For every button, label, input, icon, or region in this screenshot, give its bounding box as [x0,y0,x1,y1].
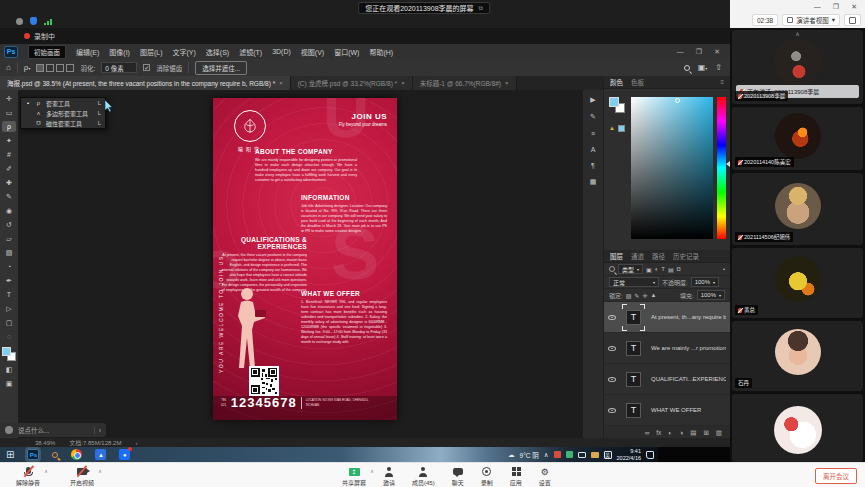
visibility-eye-icon[interactable] [608,315,616,320]
lock-pixels-icon[interactable]: ✎ [634,292,639,299]
emoji-face-icon[interactable] [5,426,13,434]
tray-display-icon[interactable] [578,452,586,458]
workspace-icon[interactable]: ▣▾ [698,63,708,72]
history-brush-tool-icon[interactable]: ↺ [2,219,16,230]
menu-type[interactable]: 文字(Y) [173,47,196,57]
filter-adjustment-icon[interactable]: ◐ [655,266,659,272]
eyedropper-tool-icon[interactable]: ✐ [2,163,16,174]
new-selection-icon[interactable] [36,64,44,72]
menu-layer[interactable]: 图层(L) [140,47,163,57]
blend-mode-select[interactable]: 正常▾ [609,277,659,287]
healing-tool-icon[interactable]: ✚ [2,177,16,188]
gamut-color-swatch[interactable] [618,125,625,132]
flyout-magnetic-lasso-tool[interactable]: Ʊ 磁性套索工具 L [21,118,105,128]
taskbar-search-icon[interactable] [52,452,58,458]
maximize-icon[interactable]: ❐ [833,2,839,11]
notification-center-icon[interactable] [646,451,654,459]
tab-channels[interactable]: 通道 [631,251,644,261]
record-button[interactable]: 录制 [481,466,493,487]
ps-logo[interactable]: Ps [4,46,18,58]
invite-button[interactable]: 邀请 [383,466,395,487]
menu-select[interactable]: 选择(S) [206,47,229,57]
quick-select-tool-icon[interactable]: ✦ [2,135,16,146]
taskbar-photoshop-icon[interactable]: Ps [27,449,39,460]
move-tool-icon[interactable]: ✛ [2,93,16,104]
layer-mask-icon[interactable]: ◐ [668,429,672,436]
close-icon[interactable]: ✕ [851,2,857,11]
tab-paths[interactable]: 路径 [652,251,665,261]
ps-close-icon[interactable]: ✕ [714,47,720,56]
taskbar-lanhu-icon[interactable]: ▲ [95,449,106,460]
fill-value[interactable]: 100%▾ [697,290,725,300]
feather-input[interactable]: 0 像素 [101,62,137,73]
filter-type-icon[interactable]: T [661,266,665,272]
ps-restore-icon[interactable]: ❐ [696,47,702,56]
opacity-value[interactable]: 100%▾ [691,277,719,287]
select-and-mask-button[interactable]: 选择并遮住... [195,61,247,75]
banner-expand-icon[interactable]: ⧉ [479,5,483,12]
adjustments-icon[interactable]: ≡ [591,130,595,137]
hue-slider[interactable] [717,97,726,239]
participant-tile[interactable]: 2021114506纪朝伟 [732,173,863,245]
pen-tool-icon[interactable]: ✒ [2,275,16,286]
weather-text[interactable]: 9°C 阴 [520,450,539,460]
screen-mode-icon[interactable]: ▣ [2,378,16,389]
visibility-eye-icon[interactable] [608,408,616,413]
menu-edit[interactable]: 编辑(E) [76,47,99,57]
clone-stamp-tool-icon[interactable]: ◉ [2,205,16,216]
layer-row[interactable]: T QUALIFICATI...EXPERIENCES [604,364,730,395]
menu-image[interactable]: 图像(I) [109,47,130,57]
layer-group-icon[interactable]: ▤ [690,429,696,437]
tab-history[interactable]: 历史记录 [673,251,699,261]
meeting-chat-input[interactable]: 说点什么... ‹ [0,423,106,437]
lock-transparency-icon[interactable]: ▨ [626,292,632,299]
chat-button[interactable]: 聊天 [452,466,464,487]
antialias-checkbox[interactable]: ✓ [143,64,150,71]
marquee-tool-icon[interactable]: ▭ [2,107,16,118]
flyout-polygon-lasso-tool[interactable]: ʌ 多边形套索工具 L [21,108,105,118]
ps-minimize-icon[interactable]: — [677,47,684,56]
fullscreen-button[interactable] [844,14,861,26]
filter-image-icon[interactable]: ▣ [646,266,652,273]
filter-pin-icon[interactable]: • [723,266,725,272]
zoom-level[interactable]: 38.49% [35,440,55,446]
subtract-selection-icon[interactable] [56,64,64,72]
search-icon[interactable] [684,65,690,71]
layer-row[interactable]: T WHAT WE OFFER [604,395,730,426]
brush-tool-icon[interactable]: ✎ [2,191,16,202]
poster-document[interactable]: U S O 喻阳堂 JOIN US Fly beyond your dreams… [213,98,397,420]
taskbar-clock[interactable]: 9:41 2022/4/16 [617,448,641,461]
ime-indicator[interactable]: 英 [604,451,612,459]
foreground-color-swatch[interactable] [609,97,619,107]
apps-button[interactable]: 应用 [510,466,522,487]
mic-options-chevron-icon[interactable]: ∧ [44,468,48,474]
tray-chevron-icon[interactable]: ∧ [544,451,549,459]
zoom-tool-icon[interactable]: ◌ [2,331,16,342]
lock-position-icon[interactable]: ✛ [642,292,647,299]
gradient-tool-icon[interactable]: ▨ [2,247,16,258]
filter-kind-select[interactable]: 类型▾ [618,264,643,274]
settings-button[interactable]: ⚙ 设置 [539,466,551,487]
start-button-icon[interactable]: ⊞ [6,449,14,460]
tray-green-app-icon[interactable] [566,451,573,458]
crop-tool-icon[interactable]: # [2,149,16,160]
brushes-icon[interactable]: ✎ [590,113,596,121]
share-icon[interactable]: ⇧ [715,63,722,72]
libraries-icon[interactable]: ▦ [590,178,597,186]
start-video-button[interactable]: 开启视频 ∧ [70,466,94,487]
doc-tab-3[interactable]: 未标题-1 @ 66.7%(RGB/8#) × [413,76,517,90]
menu-view[interactable]: 视图(V) [301,47,324,57]
unmute-button[interactable]: 解除静音 ∧ [16,466,40,487]
video-options-chevron-icon[interactable]: ∧ [98,468,102,474]
add-selection-icon[interactable] [46,64,54,72]
adjustment-layer-icon[interactable]: ◑ [679,429,683,436]
lasso-tool-active-icon[interactable]: ρ [2,121,16,132]
character-icon[interactable]: A [591,146,596,153]
participant-tile[interactable]: ∧ 正在讲话: 2020113908李晨 2020113908李晨 [732,30,863,104]
share-options-chevron-icon[interactable]: ∧ [370,468,374,474]
menu-window[interactable]: 窗口(W) [334,47,359,57]
tab-layers[interactable]: 图层 [610,251,623,261]
menu-help[interactable]: 帮助(H) [369,47,393,57]
members-button[interactable]: 成员(45) [412,466,435,487]
path-select-tool-icon[interactable]: ▷ [2,303,16,314]
